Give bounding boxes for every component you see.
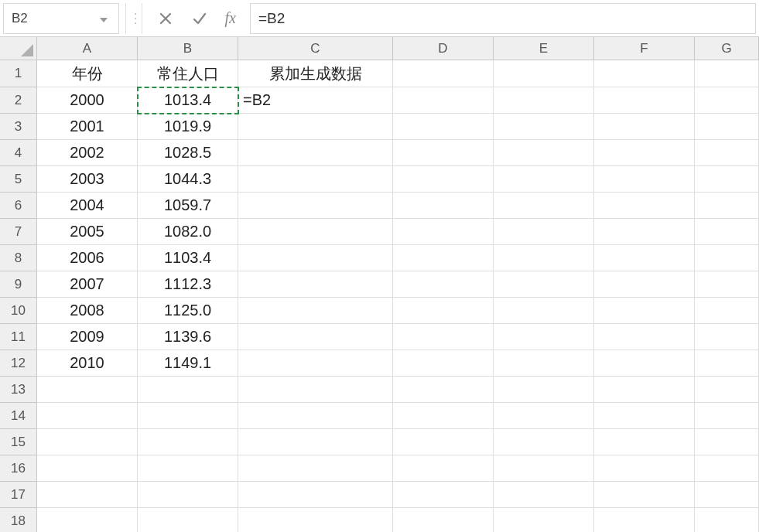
- row-header-6[interactable]: 6: [0, 193, 37, 219]
- cell-D13[interactable]: [393, 377, 494, 403]
- cell-B13[interactable]: [138, 377, 238, 403]
- cell-F1[interactable]: [594, 60, 695, 87]
- row-header-9[interactable]: 9: [0, 271, 37, 298]
- row-header-2[interactable]: 2: [0, 87, 37, 114]
- row-header-5[interactable]: 5: [0, 166, 37, 193]
- confirm-formula-button[interactable]: [183, 11, 217, 26]
- cell-E13[interactable]: [494, 377, 594, 403]
- row-header-12[interactable]: 12: [0, 350, 37, 377]
- cell-E16[interactable]: [494, 455, 594, 482]
- cell-E2[interactable]: [494, 87, 594, 114]
- cell-B8[interactable]: 1103.4: [138, 245, 238, 271]
- cell-E17[interactable]: [494, 482, 594, 508]
- cell-G9[interactable]: [695, 271, 759, 298]
- cell-F5[interactable]: [594, 166, 695, 193]
- cell-D5[interactable]: [393, 166, 494, 193]
- cell-A12[interactable]: 2010: [37, 350, 138, 377]
- cell-C14[interactable]: [238, 403, 393, 429]
- cell-A6[interactable]: 2004: [37, 193, 138, 219]
- cell-F2[interactable]: [594, 87, 695, 114]
- cell-F3[interactable]: [594, 114, 695, 140]
- cell-E10[interactable]: [494, 298, 594, 324]
- cell-D12[interactable]: [393, 350, 494, 377]
- row-header-18[interactable]: 18: [0, 508, 37, 532]
- cell-A13[interactable]: [37, 377, 138, 403]
- cell-B17[interactable]: [138, 482, 238, 508]
- row-header-17[interactable]: 17: [0, 482, 37, 508]
- cell-D11[interactable]: [393, 324, 494, 350]
- cell-G13[interactable]: [695, 377, 759, 403]
- fx-label[interactable]: fx: [217, 9, 243, 27]
- cell-E4[interactable]: [494, 140, 594, 166]
- cell-D6[interactable]: [393, 193, 494, 219]
- cell-F4[interactable]: [594, 140, 695, 166]
- cell-E12[interactable]: [494, 350, 594, 377]
- cell-G6[interactable]: [695, 193, 759, 219]
- cell-F8[interactable]: [594, 245, 695, 271]
- cell-G2[interactable]: [695, 87, 759, 114]
- cell-B10[interactable]: 1125.0: [138, 298, 238, 324]
- cell-E8[interactable]: [494, 245, 594, 271]
- cell-C3[interactable]: [238, 114, 393, 140]
- cell-B1[interactable]: 常住人口: [138, 60, 238, 87]
- cell-G3[interactable]: [695, 114, 759, 140]
- cell-A11[interactable]: 2009: [37, 324, 138, 350]
- cell-A4[interactable]: 2002: [37, 140, 138, 166]
- cell-F9[interactable]: [594, 271, 695, 298]
- cell-B14[interactable]: [138, 403, 238, 429]
- cell-G18[interactable]: [695, 508, 759, 532]
- cell-E1[interactable]: [494, 60, 594, 87]
- cell-A8[interactable]: 2006: [37, 245, 138, 271]
- row-header-1[interactable]: 1: [0, 60, 37, 87]
- cell-B12[interactable]: 1149.1: [138, 350, 238, 377]
- cell-C5[interactable]: [238, 166, 393, 193]
- column-header-C[interactable]: C: [238, 37, 393, 60]
- cell-C16[interactable]: [238, 455, 393, 482]
- column-header-E[interactable]: E: [494, 37, 594, 60]
- cell-G16[interactable]: [695, 455, 759, 482]
- cell-G14[interactable]: [695, 403, 759, 429]
- name-box-dropdown-icon[interactable]: [100, 10, 111, 26]
- cell-B9[interactable]: 1112.3: [138, 271, 238, 298]
- cell-A1[interactable]: 年份: [37, 60, 138, 87]
- cell-B15[interactable]: [138, 429, 238, 455]
- cell-A2[interactable]: 2000: [37, 87, 138, 114]
- cell-D10[interactable]: [393, 298, 494, 324]
- row-header-3[interactable]: 3: [0, 114, 37, 140]
- cell-B5[interactable]: 1044.3: [138, 166, 238, 193]
- cell-G8[interactable]: [695, 245, 759, 271]
- cell-E6[interactable]: [494, 193, 594, 219]
- row-header-8[interactable]: 8: [0, 245, 37, 271]
- cell-E14[interactable]: [494, 403, 594, 429]
- cell-E9[interactable]: [494, 271, 594, 298]
- cell-G17[interactable]: [695, 482, 759, 508]
- cell-G1[interactable]: [695, 60, 759, 87]
- row-header-11[interactable]: 11: [0, 324, 37, 350]
- cell-C9[interactable]: [238, 271, 393, 298]
- cell-C4[interactable]: [238, 140, 393, 166]
- cell-E7[interactable]: [494, 219, 594, 245]
- cell-C17[interactable]: [238, 482, 393, 508]
- cell-A3[interactable]: 2001: [37, 114, 138, 140]
- cell-C2[interactable]: =B2: [238, 87, 393, 114]
- name-box[interactable]: B2: [3, 3, 119, 34]
- cell-A15[interactable]: [37, 429, 138, 455]
- cell-B7[interactable]: 1082.0: [138, 219, 238, 245]
- cell-E18[interactable]: [494, 508, 594, 532]
- cell-C6[interactable]: [238, 193, 393, 219]
- row-header-16[interactable]: 16: [0, 455, 37, 482]
- cell-D8[interactable]: [393, 245, 494, 271]
- cell-F18[interactable]: [594, 508, 695, 532]
- cell-F6[interactable]: [594, 193, 695, 219]
- cell-F13[interactable]: [594, 377, 695, 403]
- cell-F15[interactable]: [594, 429, 695, 455]
- row-header-13[interactable]: 13: [0, 377, 37, 403]
- row-header-7[interactable]: 7: [0, 219, 37, 245]
- cell-A7[interactable]: 2005: [37, 219, 138, 245]
- cell-A16[interactable]: [37, 455, 138, 482]
- cell-C10[interactable]: [238, 298, 393, 324]
- cell-G7[interactable]: [695, 219, 759, 245]
- cell-F14[interactable]: [594, 403, 695, 429]
- cell-C11[interactable]: [238, 324, 393, 350]
- cell-D2[interactable]: [393, 87, 494, 114]
